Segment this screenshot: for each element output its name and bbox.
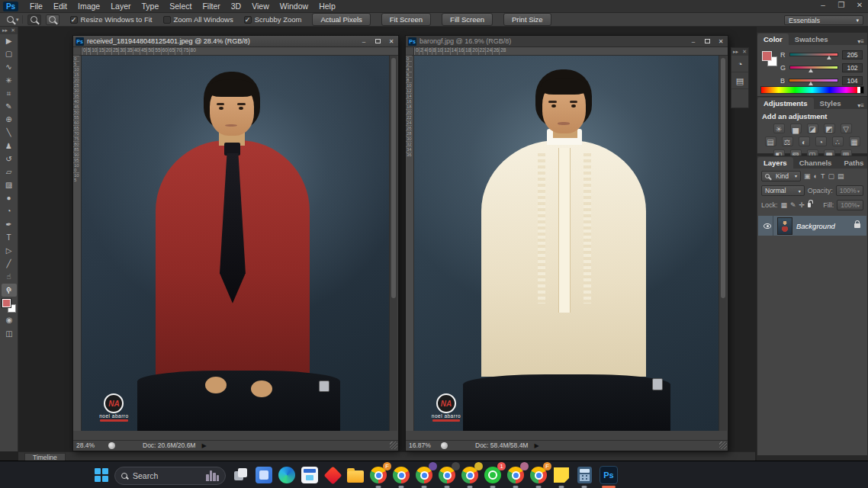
menu-item[interactable]: Help bbox=[313, 0, 341, 12]
chrome-profile-button[interactable] bbox=[414, 465, 434, 485]
photo-red-shirt-portrait[interactable]: NA noel abarro bbox=[82, 56, 390, 431]
vibrance-adjustment-icon[interactable]: ▽ bbox=[841, 124, 852, 133]
document-1-titlebar[interactable]: Ps received_1819448048125401.jpeg @ 28.4… bbox=[73, 36, 398, 47]
type-tool[interactable]: T bbox=[2, 231, 17, 244]
lock-position-icon[interactable]: ✛ bbox=[799, 201, 805, 209]
black-white-adjustment-icon[interactable]: ◐ bbox=[799, 136, 810, 146]
menu-item[interactable]: Type bbox=[136, 0, 164, 12]
foreground-color-swatch[interactable] bbox=[2, 299, 11, 307]
document-2-titlebar[interactable]: Ps barongf.jpg @ 16.9% (RGB/8) – ✕ bbox=[406, 36, 728, 47]
history-brush-tool[interactable]: ↺ bbox=[2, 152, 17, 165]
diamond-app-button[interactable] bbox=[323, 465, 342, 485]
whatsapp-button[interactable]: 1 bbox=[483, 465, 503, 485]
filter-shape-icon[interactable]: ▢ bbox=[828, 172, 834, 180]
panel-menu-icon[interactable]: ▾≡ bbox=[854, 102, 867, 109]
zoom-out-button[interactable] bbox=[46, 14, 59, 25]
tab-swatches[interactable]: Swatches bbox=[789, 34, 834, 45]
print-size-button[interactable]: Print Size bbox=[503, 13, 551, 26]
maximize-doc-icon[interactable] bbox=[373, 38, 382, 45]
spot-healing-brush-tool[interactable]: ⊕ bbox=[2, 113, 17, 126]
properties-panel-icon[interactable]: ▤ bbox=[731, 72, 748, 89]
red-slider[interactable] bbox=[789, 53, 839, 56]
color-lookup-adjustment-icon[interactable]: ▦ bbox=[849, 136, 860, 146]
filter-adjustment-icon[interactable]: ◐ bbox=[814, 172, 818, 180]
maximize-doc-icon[interactable] bbox=[702, 38, 712, 45]
tab-color[interactable]: Color bbox=[757, 34, 789, 45]
resize-windows-checkbox[interactable]: ✓ Resize Windows to Fit bbox=[70, 15, 153, 24]
fit-screen-button[interactable]: Fit Screen bbox=[381, 13, 431, 26]
menu-item[interactable]: Window bbox=[275, 0, 313, 12]
restore-app-icon[interactable]: ❐ bbox=[836, 1, 847, 9]
blue-slider[interactable] bbox=[789, 79, 838, 82]
chrome-profile-button[interactable] bbox=[506, 465, 526, 485]
quick-mask-icon[interactable]: ◉ bbox=[0, 316, 18, 324]
workspace-switcher[interactable]: Essentials ▾ bbox=[784, 15, 863, 25]
layer-row-background[interactable]: Background bbox=[758, 216, 866, 236]
minimize-doc-icon[interactable]: – bbox=[359, 38, 368, 45]
tab-styles[interactable]: Styles bbox=[814, 98, 847, 109]
menu-item[interactable]: File bbox=[24, 0, 48, 12]
photoshop-taskbar-button[interactable]: Ps bbox=[599, 465, 619, 485]
resize-grip[interactable] bbox=[719, 441, 727, 449]
chrome-profile-button[interactable] bbox=[437, 465, 457, 485]
scrubby-zoom-checkbox[interactable]: ✓ Scrubby Zoom bbox=[244, 15, 302, 24]
color-spectrum-ramp[interactable] bbox=[760, 86, 864, 94]
layer-thumbnail[interactable] bbox=[777, 217, 792, 235]
lasso-tool[interactable]: ∿ bbox=[2, 60, 17, 73]
crop-tool[interactable]: ⌗ bbox=[2, 87, 17, 100]
menu-item[interactable]: 3D bbox=[226, 0, 246, 12]
close-icon[interactable]: ✕ bbox=[11, 27, 15, 34]
swap-colors-icon[interactable]: ⇄ bbox=[0, 287, 18, 294]
dodge-tool[interactable]: ◔ bbox=[2, 204, 17, 217]
expand-dock-icon[interactable]: ▸▸ bbox=[733, 48, 738, 56]
levels-adjustment-icon[interactable]: ▅ bbox=[790, 124, 802, 133]
blur-tool[interactable]: ● bbox=[2, 191, 17, 204]
path-selection-tool[interactable]: ▷ bbox=[2, 244, 17, 257]
collapse-icon[interactable]: ▸▸ bbox=[2, 27, 8, 34]
eyedropper-tool[interactable]: ✎ bbox=[2, 100, 17, 113]
tab-paths[interactable]: Paths bbox=[837, 157, 868, 169]
close-doc-icon[interactable]: ✕ bbox=[716, 38, 725, 45]
foreground-color-swatch[interactable] bbox=[762, 51, 772, 61]
menu-item[interactable]: Filter bbox=[197, 0, 225, 12]
line-tool[interactable]: ╱ bbox=[2, 257, 17, 270]
fill-screen-button[interactable]: Fill Screen bbox=[442, 13, 493, 26]
microsoft-store-button[interactable] bbox=[300, 465, 320, 485]
zoom-tool-preset[interactable]: ▾ bbox=[4, 15, 23, 24]
gradient-tool[interactable]: ▨ bbox=[2, 178, 17, 191]
lock-transparency-icon[interactable]: ▦ bbox=[781, 201, 788, 209]
chrome-profile-button[interactable]: F bbox=[368, 465, 388, 485]
channel-mixer-adjustment-icon[interactable]: ∴ bbox=[832, 136, 844, 146]
status-menu-arrow-icon[interactable]: ▶ bbox=[201, 442, 206, 449]
move-tool[interactable]: ▶ bbox=[2, 34, 17, 47]
color-balance-adjustment-icon[interactable]: ⚖ bbox=[782, 136, 793, 146]
minimize-app-icon[interactable]: – bbox=[818, 1, 828, 9]
filter-smart-object-icon[interactable]: ▤ bbox=[837, 172, 844, 180]
lock-all-icon[interactable] bbox=[808, 203, 811, 207]
tab-layers[interactable]: Layers bbox=[757, 157, 793, 169]
panel-menu-icon[interactable]: ▾≡ bbox=[854, 38, 867, 45]
zoom-all-windows-checkbox[interactable]: Zoom All Windows bbox=[163, 15, 233, 24]
chrome-profile-button[interactable]: F bbox=[529, 465, 548, 485]
exposure-adjustment-icon[interactable]: ◩ bbox=[824, 124, 835, 133]
history-panel-icon[interactable]: ◔ bbox=[731, 56, 748, 72]
filter-type-icon[interactable]: T bbox=[821, 172, 825, 180]
menu-item[interactable]: Image bbox=[72, 0, 105, 12]
curves-adjustment-icon[interactable]: ◪ bbox=[807, 124, 818, 133]
green-slider[interactable] bbox=[789, 66, 838, 69]
chrome-profile-button[interactable] bbox=[460, 465, 480, 485]
resize-grip[interactable] bbox=[390, 441, 397, 449]
close-dock-icon[interactable]: ✕ bbox=[742, 48, 747, 56]
blue-value-field[interactable]: 104 bbox=[842, 76, 863, 85]
screen-mode-icon[interactable]: ◫ bbox=[0, 329, 18, 338]
foreground-background-swatches[interactable] bbox=[2, 299, 16, 313]
red-value-field[interactable]: 205 bbox=[842, 50, 863, 59]
green-value-field[interactable]: 102 bbox=[842, 63, 863, 72]
file-explorer-button[interactable] bbox=[346, 465, 365, 485]
actual-pixels-button[interactable]: Actual Pixels bbox=[312, 13, 370, 26]
tab-channels[interactable]: Channels bbox=[793, 157, 838, 169]
zoom-level-field[interactable]: 16.87% bbox=[409, 441, 435, 449]
marquee-tool[interactable]: ▢ bbox=[2, 47, 17, 60]
eraser-tool[interactable]: ▱ bbox=[2, 165, 17, 178]
status-menu-arrow-icon[interactable]: ▶ bbox=[534, 442, 538, 449]
